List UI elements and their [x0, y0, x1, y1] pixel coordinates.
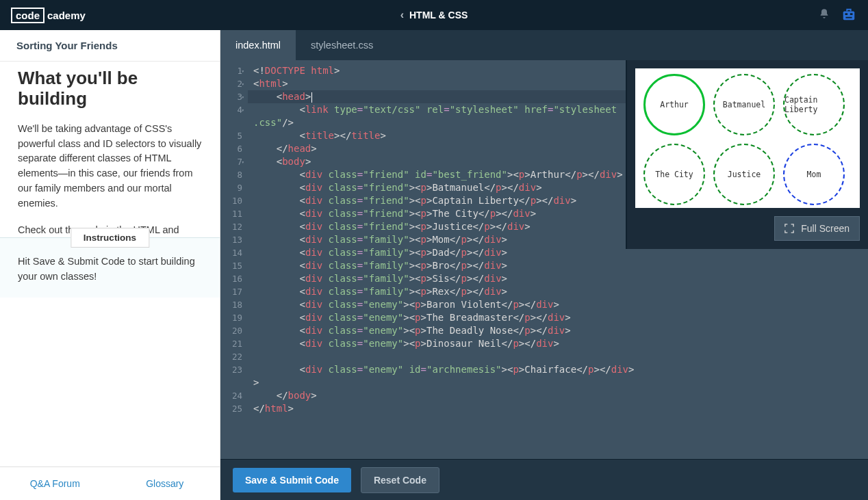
line-number: 9 [220, 181, 242, 194]
preview-circle: Captain Liberty [783, 74, 845, 135]
line-number: 4 [220, 103, 242, 116]
line-number: 20 [220, 324, 242, 337]
bell-icon[interactable] [819, 8, 830, 22]
line-number: 6 [220, 142, 242, 155]
topbar: codecademy ‹ HTML & CSS [0, 0, 868, 30]
code-line[interactable]: <div class="family"><p>Bro</p></div> [248, 259, 868, 272]
glossary-link[interactable]: Glossary [110, 467, 220, 500]
preview-circle: Justice [713, 144, 775, 205]
code-line[interactable]: <div class="enemy"><p>The Breadmaster</p… [248, 311, 868, 324]
line-number: 24 [220, 389, 242, 402]
line-number: 19 [220, 311, 242, 324]
code-line[interactable]: <div class="family"><p>Rex</p></div> [248, 285, 868, 298]
action-bar: Save & Submit Code Reset Code [220, 459, 868, 500]
code-line[interactable]: > [248, 376, 868, 389]
editor-area: index.html stylesheet.css 12345678910111… [220, 30, 868, 500]
line-number: 12 [220, 220, 242, 233]
line-number: 8 [220, 168, 242, 181]
line-number [220, 116, 242, 129]
breadcrumb[interactable]: ‹ HTML & CSS [400, 9, 468, 21]
preview-circle: Batmanuel [713, 74, 775, 135]
svg-rect-1 [845, 13, 848, 15]
line-number [220, 376, 242, 389]
tab-index-html[interactable]: index.html [220, 30, 296, 60]
line-number: 2 [220, 77, 242, 90]
svg-rect-3 [845, 17, 852, 18]
lesson-title: What you'll be building [18, 68, 202, 109]
qa-forum-link[interactable]: Q&A Forum [0, 467, 110, 500]
line-number: 23 [220, 363, 242, 376]
preview-circle: Arthur [643, 74, 705, 135]
lesson-paragraph-1: We'll be taking advantage of CSS's power… [18, 122, 202, 211]
line-number: 17 [220, 285, 242, 298]
code-line[interactable]: <div class="enemy" id="archnemesis"><p>C… [248, 363, 868, 376]
instructions-section: Instructions Hit Save & Submit Code to s… [0, 237, 220, 298]
sidebar: Sorting Your Friends What you'll be buil… [0, 30, 220, 500]
line-number: 16 [220, 272, 242, 285]
line-number: 18 [220, 298, 242, 311]
lesson-header: Sorting Your Friends [0, 30, 220, 61]
save-submit-button[interactable]: Save & Submit Code [233, 468, 351, 492]
fullscreen-label: Full Screen [801, 223, 850, 234]
logo-text: cademy [47, 10, 86, 21]
preview-output: ArthurBatmanuelCaptain LibertyThe CityJu… [635, 68, 860, 208]
code-editor[interactable]: 1234567891011121314151617181920212223242… [220, 60, 868, 459]
chevron-left-icon: ‹ [400, 9, 404, 21]
code-line[interactable] [248, 350, 868, 363]
instructions-label: Instructions [71, 228, 149, 248]
editor-tabs: index.html stylesheet.css [220, 30, 868, 60]
preview-circle: The City [643, 144, 705, 205]
line-number: 14 [220, 246, 242, 259]
preview-circle: Mom [783, 144, 845, 205]
fullscreen-icon [784, 224, 794, 233]
line-number: 11 [220, 207, 242, 220]
reset-code-button[interactable]: Reset Code [361, 467, 439, 493]
logo-box: code [11, 8, 44, 23]
sidebar-footer: Q&A Forum Glossary [0, 466, 220, 500]
instructions-text: Hit Save & Submit Code to start building… [0, 254, 220, 298]
tab-stylesheet-css[interactable]: stylesheet.css [296, 30, 388, 60]
logo[interactable]: codecademy [11, 8, 86, 23]
line-number: 22 [220, 350, 242, 363]
line-number: 10 [220, 194, 242, 207]
code-line[interactable]: </body> [248, 389, 868, 402]
line-number: 25 [220, 402, 242, 415]
line-number: 5 [220, 129, 242, 142]
line-number: 1 [220, 64, 242, 77]
code-line[interactable]: <div class="family"><p>Sis</p></div> [248, 272, 868, 285]
badge-icon[interactable] [841, 7, 857, 23]
line-number: 7 [220, 155, 242, 168]
line-number: 13 [220, 233, 242, 246]
line-number: 15 [220, 259, 242, 272]
code-line[interactable]: <div class="enemy"><p>Dinosaur Neil</p><… [248, 337, 868, 350]
svg-rect-0 [843, 12, 855, 21]
code-line[interactable]: <div class="enemy"><p>The Deadly Nose</p… [248, 324, 868, 337]
line-number: 3 [220, 90, 242, 103]
fullscreen-button[interactable]: Full Screen [774, 216, 860, 241]
breadcrumb-text: HTML & CSS [409, 10, 468, 21]
code-line[interactable]: <div class="enemy"><p>Baron Violent</p><… [248, 298, 868, 311]
code-line[interactable]: </html> [248, 402, 868, 415]
svg-rect-2 [850, 13, 853, 15]
line-number: 21 [220, 337, 242, 350]
preview-panel: ArthurBatmanuelCaptain LibertyThe CityJu… [626, 60, 868, 249]
